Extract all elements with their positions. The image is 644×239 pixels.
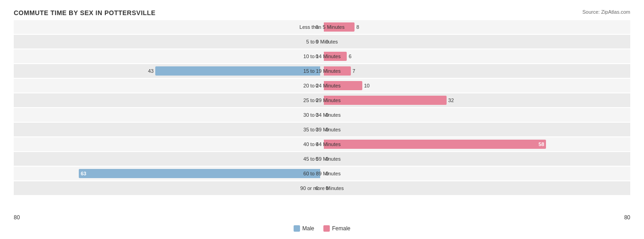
female-value-label: 10 <box>364 83 370 88</box>
male-zero-label: 0 <box>316 156 318 162</box>
left-section: 43 <box>14 64 322 78</box>
right-section: 7 <box>322 64 630 78</box>
left-section: 63 <box>14 167 322 180</box>
legend-male-label: Male <box>302 225 314 232</box>
left-section: 0 <box>14 123 322 136</box>
male-zero-label: 0 <box>316 185 318 191</box>
table-row: 05 to 9 Minutes0 <box>14 35 630 49</box>
left-section: 0 <box>14 137 322 151</box>
right-section: 32 <box>322 93 630 107</box>
right-section: 0 <box>322 181 630 195</box>
axis-labels: 80 80 <box>14 214 630 221</box>
male-value-label: 43 <box>148 68 153 74</box>
female-value-label: 8 <box>356 24 359 30</box>
male-zero-label: 0 <box>316 112 318 118</box>
chart-container: COMMUTE TIME BY SEX IN POTTERSVILLE Sour… <box>0 0 644 239</box>
right-section: 58 <box>322 137 630 151</box>
male-zero-label: 0 <box>316 39 318 44</box>
female-zero-label: 0 <box>326 112 328 118</box>
legend-male: Male <box>294 225 314 232</box>
left-section: 0 <box>14 35 322 49</box>
table-row: 6360 to 89 Minutes0 <box>14 167 630 180</box>
left-section: 0 <box>14 108 322 122</box>
left-section: 0 <box>14 93 322 107</box>
table-row: 025 to 29 Minutes32 <box>14 93 630 107</box>
left-section: 0 <box>14 20 322 34</box>
female-zero-label: 0 <box>326 185 328 191</box>
legend-female-box <box>323 225 330 232</box>
female-value-label: 32 <box>448 98 454 103</box>
legend-female-label: Female <box>332 225 350 232</box>
male-zero-label: 0 <box>316 24 318 30</box>
female-bar <box>324 52 347 61</box>
male-bar-inside-value: 63 <box>79 171 88 176</box>
female-value-label: 7 <box>353 68 355 74</box>
female-bar <box>324 66 351 76</box>
right-section: 0 <box>322 167 630 180</box>
table-row: 0Less than 5 Minutes8 <box>14 20 630 34</box>
table-row: 035 to 39 Minutes0 <box>14 123 630 136</box>
male-zero-label: 0 <box>316 54 318 59</box>
right-section: 6 <box>322 49 630 63</box>
male-zero-label: 0 <box>316 141 318 147</box>
female-bar <box>324 81 362 90</box>
male-zero-label: 0 <box>316 127 318 132</box>
table-row: 020 to 24 Minutes10 <box>14 79 630 92</box>
chart-area: 0Less than 5 Minutes805 to 9 Minutes0010… <box>14 20 630 212</box>
table-row: 4315 to 19 Minutes7 <box>14 64 630 78</box>
right-section: 0 <box>322 123 630 136</box>
right-section: 8 <box>322 20 630 34</box>
legend-male-box <box>294 225 300 232</box>
left-section: 0 <box>14 49 322 63</box>
table-row: 090 or more Minutes0 <box>14 181 630 195</box>
source-text: Source: ZipAtlas.com <box>582 9 630 15</box>
female-bar <box>324 96 447 105</box>
female-value-label: 6 <box>349 54 351 59</box>
female-bar-inside-value: 58 <box>537 141 546 147</box>
chart-title: COMMUTE TIME BY SEX IN POTTERSVILLE <box>14 9 630 16</box>
legend-female: Female <box>323 225 350 232</box>
female-zero-label: 0 <box>326 127 328 132</box>
right-section: 0 <box>322 152 630 166</box>
left-section: 0 <box>14 181 322 195</box>
male-bar: 63 <box>79 169 320 178</box>
table-row: 045 to 59 Minutes0 <box>14 152 630 166</box>
legend: Male Female <box>14 225 630 232</box>
table-row: 030 to 34 Minutes0 <box>14 108 630 122</box>
female-bar: 58 <box>324 140 546 149</box>
axis-left: 80 <box>14 214 20 221</box>
right-section: 10 <box>322 79 630 92</box>
male-zero-label: 0 <box>316 98 318 103</box>
left-section: 0 <box>14 152 322 166</box>
table-row: 040 to 44 Minutes58 <box>14 137 630 151</box>
male-bar <box>155 66 320 76</box>
table-row: 010 to 14 Minutes6 <box>14 49 630 63</box>
right-section: 0 <box>322 35 630 49</box>
female-zero-label: 0 <box>326 39 328 44</box>
axis-right: 80 <box>624 214 630 221</box>
male-zero-label: 0 <box>316 83 318 88</box>
female-zero-label: 0 <box>326 156 328 162</box>
female-zero-label: 0 <box>326 171 328 176</box>
left-section: 0 <box>14 79 322 92</box>
right-section: 0 <box>322 108 630 122</box>
female-bar <box>324 22 355 32</box>
